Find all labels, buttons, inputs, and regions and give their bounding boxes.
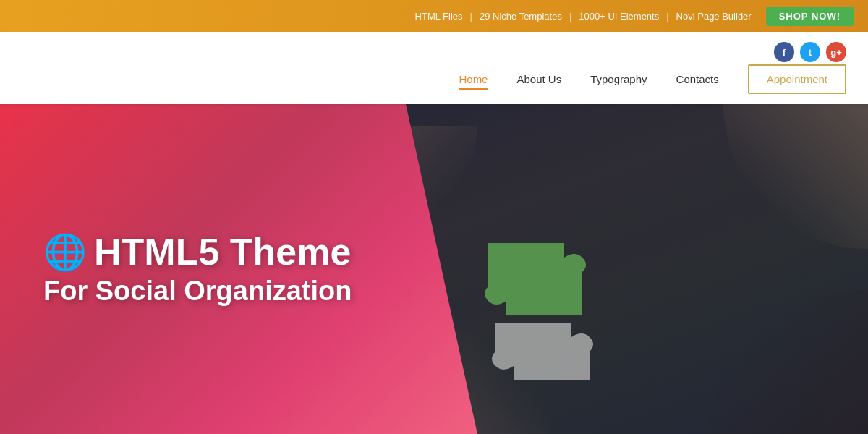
twitter-icon[interactable]: t — [800, 42, 820, 62]
banner-item-html[interactable]: HTML Files — [415, 11, 463, 22]
puzzle-svg-container — [448, 200, 665, 405]
header: f t g+ Home About Us Typography Contacts… — [0, 32, 868, 104]
hero-left-panel: 🌐 HTML5 Theme For Social Organization — [0, 104, 477, 434]
nav-typography[interactable]: Typography — [590, 73, 647, 85]
shop-now-button[interactable]: SHOP NOW! — [766, 7, 854, 26]
hero-text: 🌐 HTML5 Theme For Social Organization — [43, 231, 352, 307]
hero-title-line1: 🌐 HTML5 Theme — [43, 231, 352, 273]
googleplus-icon[interactable]: g+ — [826, 42, 846, 62]
globe-icon: 🌐 — [43, 232, 87, 273]
banner-sep-2: | — [569, 11, 571, 22]
banner-items: HTML Files | 29 Niche Templates | 1000+ … — [415, 7, 854, 26]
banner-item-builder[interactable]: Novi Page Builder — [676, 11, 752, 22]
hero-title: HTML5 Theme — [94, 231, 351, 273]
facebook-icon[interactable]: f — [774, 42, 794, 62]
banner-sep-3: | — [666, 11, 668, 22]
main-nav: Home About Us Typography Contacts Appoin… — [459, 64, 846, 94]
appointment-button[interactable]: Appointment — [748, 64, 846, 94]
puzzle-graphic — [448, 200, 665, 402]
banner-item-ui[interactable]: 1000+ UI Elements — [579, 11, 659, 22]
nav-contacts[interactable]: Contacts — [676, 73, 719, 85]
nav-about[interactable]: About Us — [516, 73, 561, 85]
hero-section: 🌐 HTML5 Theme For Social Organization — [0, 104, 868, 434]
nav-home[interactable]: Home — [459, 73, 488, 85]
banner-item-templates[interactable]: 29 Niche Templates — [480, 11, 562, 22]
social-icons: f t g+ — [774, 42, 846, 62]
top-banner: HTML Files | 29 Niche Templates | 1000+ … — [0, 0, 868, 32]
banner-sep-1: | — [470, 11, 472, 22]
hero-subtitle: For Social Organization — [43, 276, 352, 307]
